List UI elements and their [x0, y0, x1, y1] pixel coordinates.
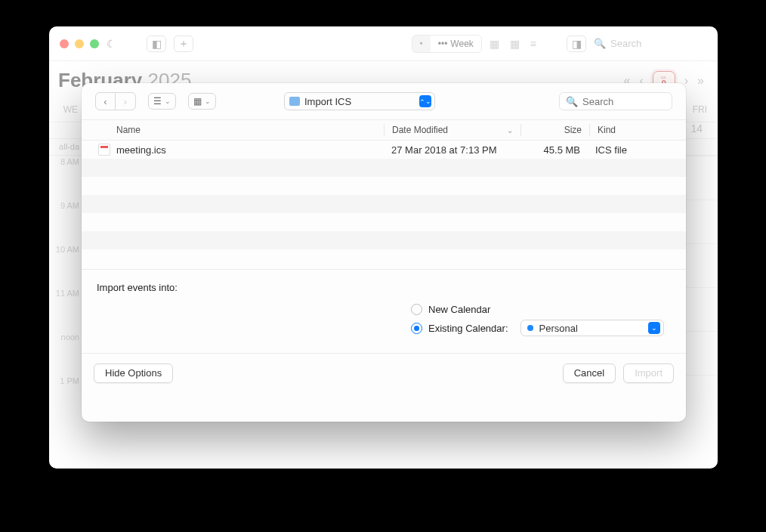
- selected-calendar-name: Personal: [539, 323, 642, 334]
- col-kind[interactable]: Kind: [590, 120, 686, 140]
- col-name[interactable]: Name: [82, 120, 384, 140]
- grid-large-icon[interactable]: ▦: [510, 38, 520, 50]
- panel-toggle-icon[interactable]: ◨: [567, 36, 586, 52]
- option-existing-label: Existing Calendar:: [428, 323, 508, 334]
- file-kind: ICS file: [588, 144, 686, 156]
- window-controls: [60, 39, 99, 48]
- toolbar-search[interactable]: 🔍 Search: [594, 38, 707, 49]
- add-event-icon[interactable]: ＋: [174, 36, 193, 52]
- appearance-icon[interactable]: ☾: [107, 36, 116, 52]
- search-icon: 🔍: [566, 96, 578, 107]
- grid-small-icon[interactable]: ▦: [490, 38, 499, 50]
- hour-label: noon: [49, 331, 82, 375]
- folder-name: Import ICS: [304, 96, 415, 107]
- import-options: Import events into: New Calendar Existin…: [82, 269, 686, 353]
- weekday-we: WE: [49, 97, 82, 122]
- nav-last-icon[interactable]: »: [697, 74, 704, 88]
- col-date-modified[interactable]: Date Modified⌄: [385, 120, 520, 140]
- column-headers: Name Date Modified⌄ Size Kind: [82, 119, 686, 141]
- updown-stepper-icon: ⌄: [648, 322, 660, 334]
- import-button[interactable]: Import: [623, 363, 674, 383]
- file-row-empty: [82, 159, 686, 177]
- cancel-button[interactable]: Cancel: [563, 363, 616, 383]
- calendar-color-dot: [527, 325, 533, 331]
- dialog-button-bar: Hide Options Cancel Import: [82, 353, 686, 392]
- list-icon: ☰: [153, 96, 162, 107]
- search-input[interactable]: [582, 96, 666, 107]
- group-mode-button[interactable]: ▦⌄: [188, 93, 216, 110]
- weekday-fri: FRI: [693, 104, 707, 115]
- file-list: meeting.ics 27 Mar 2018 at 7:13 PM 45.5 …: [82, 141, 686, 269]
- titlebar: ☾ ◧ ＋ • •••Week ▦ ▦ ≡ ◨ 🔍 Search: [49, 26, 718, 61]
- dialog-toolbar: ‹ › ☰⌄ ▦⌄ Import ICS ⌄ 🔍: [82, 83, 686, 119]
- file-row-empty: [82, 231, 686, 249]
- radio-existing-calendar[interactable]: [411, 323, 422, 334]
- chevron-down-icon: ⌄: [205, 97, 211, 105]
- option-new-label: New Calendar: [428, 304, 490, 315]
- file-name: meeting.ics: [116, 144, 166, 156]
- view-prev-icon[interactable]: •: [412, 36, 431, 52]
- file-row-empty: [82, 195, 686, 213]
- grid-icon: ▦: [193, 96, 202, 107]
- sort-chevron-icon: ⌄: [507, 126, 513, 135]
- fri-day-number: 14: [690, 122, 718, 138]
- toolbar-search-placeholder: Search: [610, 38, 641, 49]
- calendar-select[interactable]: Personal ⌄: [520, 320, 664, 336]
- file-row-empty: [82, 249, 686, 268]
- close-window-icon[interactable]: [60, 39, 69, 48]
- sidebar-toggle-icon[interactable]: ◧: [147, 36, 166, 52]
- minimize-window-icon[interactable]: [75, 39, 84, 48]
- hour-label: 8 AM: [49, 156, 82, 200]
- hide-options-button[interactable]: Hide Options: [94, 363, 173, 383]
- view-week[interactable]: •••Week: [431, 36, 481, 52]
- updown-stepper-icon: ⌄: [419, 95, 431, 107]
- file-size: 45.5 MB: [520, 144, 588, 156]
- col-size[interactable]: Size: [521, 120, 589, 140]
- back-button[interactable]: ‹: [96, 93, 116, 110]
- folder-path-popup[interactable]: Import ICS ⌄: [284, 92, 435, 110]
- zoom-window-icon[interactable]: [90, 39, 99, 48]
- allday-label: all-da: [49, 139, 82, 155]
- nav-next-icon[interactable]: ›: [684, 74, 688, 88]
- nav-back-forward: ‹ ›: [95, 92, 136, 110]
- list-lines-icon[interactable]: ≡: [530, 38, 536, 50]
- hour-label: 11 AM: [49, 287, 82, 331]
- file-row-empty: [82, 213, 686, 231]
- search-icon: 🔍: [594, 38, 606, 49]
- view-mode-button[interactable]: ☰⌄: [148, 93, 176, 110]
- radio-new-calendar[interactable]: [411, 304, 422, 315]
- import-dialog: ‹ › ☰⌄ ▦⌄ Import ICS ⌄ 🔍 Name Date Modif…: [82, 83, 686, 422]
- import-into-label: Import events into:: [97, 282, 671, 293]
- hour-label: 9 AM: [49, 200, 82, 243]
- hour-label: 1 PM: [49, 375, 82, 419]
- option-existing-calendar[interactable]: Existing Calendar: Personal ⌄: [411, 320, 671, 336]
- ics-file-icon: [98, 144, 110, 156]
- forward-button[interactable]: ›: [116, 93, 135, 110]
- file-row[interactable]: meeting.ics 27 Mar 2018 at 7:13 PM 45.5 …: [82, 141, 686, 159]
- hour-label: 10 AM: [49, 243, 82, 287]
- chevron-down-icon: ⌄: [165, 97, 171, 105]
- file-row-empty: [82, 177, 686, 195]
- dialog-search[interactable]: 🔍: [559, 92, 672, 110]
- option-new-calendar[interactable]: New Calendar: [411, 304, 671, 315]
- folder-icon: [289, 97, 300, 106]
- view-segment[interactable]: • •••Week: [412, 35, 482, 53]
- file-date: 27 Mar 2018 at 7:13 PM: [384, 144, 520, 156]
